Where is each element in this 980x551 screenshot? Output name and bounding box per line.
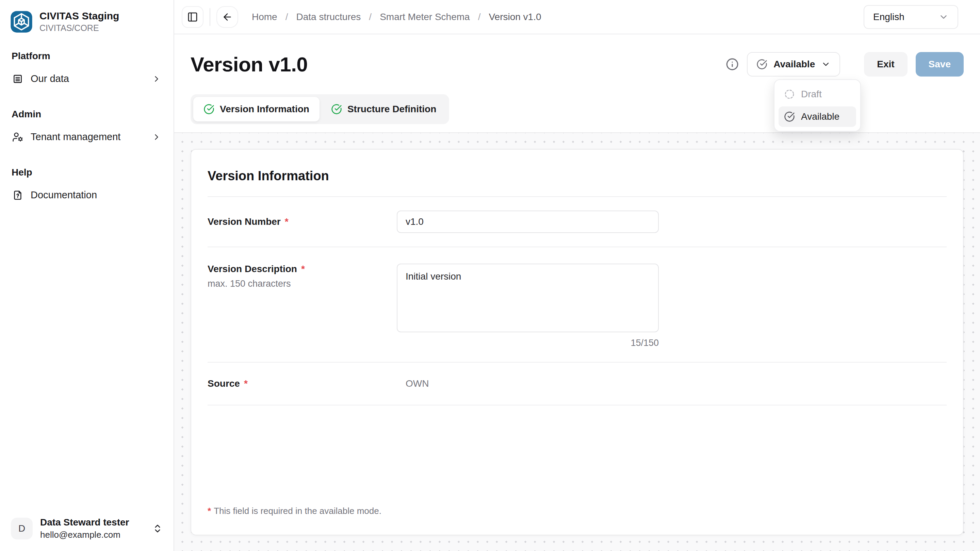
hexagon-cube-logo-icon [10,11,33,33]
sidebar-item-documentation[interactable]: Documentation [10,183,163,208]
tab-label: Version Information [220,104,309,114]
required-asterisk: * [301,264,305,274]
sidebar-item-label: Documentation [30,189,97,201]
field-label: Source [208,378,240,389]
breadcrumb-home[interactable]: Home [252,11,277,22]
sidebar-item-tenant-management[interactable]: Tenant management [10,124,163,149]
check-circle-icon [756,59,767,70]
breadcrumb-separator: / [478,11,481,22]
back-button[interactable] [216,6,238,28]
sidebar-item-label: Tenant management [30,131,121,143]
breadcrumb-version: Version v1.0 [488,11,541,22]
menu-item-label: Available [801,111,840,122]
field-row-source: Source* OWN [208,362,947,405]
info-icon[interactable] [726,58,739,71]
user-email: hello@example.com [40,530,129,540]
field-row-version-description: Version Description* max. 150 characters… [208,247,947,362]
sidebar-toggle-button[interactable] [182,6,204,28]
exit-button[interactable]: Exit [864,52,907,76]
field-row-version-number: Version Number* [208,197,947,246]
required-asterisk: * [208,506,211,516]
brand-text: CIVITAS Staging CIVITAS/CORE [40,10,119,33]
language-select-value: English [873,11,904,22]
field-hint: max. 150 characters [208,279,397,289]
panel-left-icon [187,11,198,22]
breadcrumb: Home / Data structures / Smart Meter Sch… [252,11,541,22]
chevron-down-icon [939,12,949,22]
section-label-platform: Platform [11,51,163,62]
user-name: Data Steward tester [40,517,129,528]
list-icon [12,73,23,84]
field-label: Version Description [208,264,297,274]
chevron-right-icon [152,74,161,84]
version-description-textarea[interactable]: Initial version [397,264,659,332]
section-label-help: Help [11,167,163,178]
brand: CIVITAS Staging CIVITAS/CORE [10,10,163,33]
user-meta: Data Steward tester hello@example.com [40,517,129,540]
brand-title: CIVITAS Staging [40,10,119,22]
check-circle-icon [331,104,342,114]
content-area: Version Information Version Number* [174,133,980,551]
chevron-down-icon [821,60,830,69]
source-value: OWN [397,378,947,389]
field-label: Version Number [208,216,281,227]
breadcrumb-data-structures[interactable]: Data structures [296,11,361,22]
menu-item-label: Draft [801,89,822,100]
sidebar-spacer [10,208,163,515]
dashed-circle-icon [784,89,795,100]
chevron-right-icon [152,132,161,142]
breadcrumb-separator: / [285,11,288,22]
footnote: *This field is required in the available… [208,492,947,535]
avatar: D [11,518,33,540]
user-gear-icon [12,132,23,143]
user-menu[interactable]: D Data Steward tester hello@example.com [10,515,163,542]
check-circle-icon [784,111,795,122]
app-root: CIVITAS Staging CIVITAS/CORE Platform Ou… [0,0,980,551]
status-dropdown-value: Available [773,59,815,70]
language-select[interactable]: English [864,5,958,29]
topbar-divider [210,8,210,26]
tab-structure-definition[interactable]: Structure Definition [321,97,447,121]
check-circle-icon [204,104,215,114]
breadcrumb-separator: / [369,11,372,22]
version-information-card: Version Information Version Number* [191,149,964,535]
version-number-input[interactable] [397,211,659,233]
save-button[interactable]: Save [916,52,964,76]
sidebar: CIVITAS Staging CIVITAS/CORE Platform Ou… [0,0,174,551]
menu-item-available[interactable]: Available [778,106,856,127]
tab-bar: Version Information Structure Definition [191,94,449,124]
status-dropdown-button[interactable]: Available [747,52,840,76]
page-title: Version v1.0 [191,53,308,76]
tab-version-information[interactable]: Version Information [193,97,320,121]
arrow-left-icon [222,11,233,22]
header-actions: Available Exit Save [726,52,964,76]
required-asterisk: * [285,216,288,227]
brand-subtitle: CIVITAS/CORE [40,23,119,33]
breadcrumb-smart-meter-schema[interactable]: Smart Meter Schema [380,11,470,22]
section-label-admin: Admin [11,109,163,120]
divider [208,405,947,405]
required-asterisk: * [244,378,248,389]
tab-label: Structure Definition [347,104,436,114]
footnote-text: This field is required in the available … [214,506,382,516]
menu-item-draft[interactable]: Draft [778,84,856,105]
sidebar-item-label: Our data [30,73,69,84]
status-dropdown-menu: Draft Available [774,79,861,132]
character-counter: 15/150 [397,338,659,348]
topbar: Home / Data structures / Smart Meter Sch… [174,0,980,34]
chevrons-up-down-icon [153,524,163,534]
sidebar-item-our-data[interactable]: Our data [10,66,163,91]
doc-question-icon [12,190,23,201]
card-title: Version Information [208,169,947,183]
